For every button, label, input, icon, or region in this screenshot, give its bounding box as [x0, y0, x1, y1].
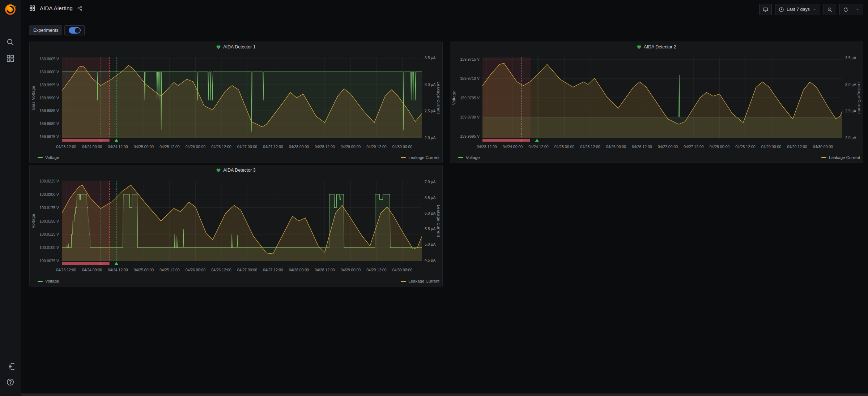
svg-text:4.5 µA: 4.5 µA — [425, 258, 436, 262]
panel-title-bar[interactable]: AIDA Detector 3 — [30, 165, 442, 175]
legend-label: Leakage Current — [408, 279, 439, 283]
dashboards-icon[interactable] — [6, 54, 14, 63]
tv-mode-button[interactable] — [759, 4, 772, 15]
svg-text:04/26 00:00: 04/26 00:00 — [186, 145, 206, 149]
dashboard-grid-icon — [29, 5, 35, 11]
legend-swatch — [458, 157, 463, 158]
panel-title-bar[interactable]: AIDA Detector 1 — [30, 42, 442, 52]
legend: VoltageLeakage Current — [30, 279, 442, 283]
right-axis-title: Leakage Current — [857, 82, 861, 114]
svg-text:100.0225 V: 100.0225 V — [39, 179, 59, 183]
legend-item-leakage[interactable]: Leakage Current — [401, 279, 439, 283]
chevron-down-icon — [855, 7, 860, 12]
search-icon[interactable] — [6, 38, 14, 46]
svg-text:04/24 12:00: 04/24 12:00 — [108, 268, 128, 272]
zoom-out-button[interactable] — [824, 4, 836, 15]
right-axis-title: Leakage Current — [437, 205, 441, 237]
left-axis-title: Voltage — [31, 214, 35, 228]
legend-item-voltage[interactable]: Voltage — [38, 155, 59, 160]
refresh-button-group — [839, 4, 863, 15]
legend-swatch — [821, 157, 826, 158]
svg-text:6.5 µA: 6.5 µA — [425, 195, 436, 200]
toggle-track — [69, 27, 81, 34]
help-icon[interactable] — [6, 378, 14, 386]
svg-text:04/23 12:00: 04/23 12:00 — [477, 145, 497, 149]
svg-text:04/26 00:00: 04/26 00:00 — [186, 268, 206, 272]
alert-ok-marker — [535, 139, 539, 142]
time-series-plot[interactable]: 160.0005 V160.0000 V159.9995 V159.9990 V… — [30, 52, 442, 162]
sign-in-icon[interactable] — [6, 362, 14, 371]
svg-text:04/25 12:00: 04/25 12:00 — [580, 145, 600, 149]
svg-text:04/28 00:00: 04/28 00:00 — [710, 145, 730, 149]
svg-text:04/24 12:00: 04/24 12:00 — [108, 145, 128, 149]
variable-label-experiments: Experiments — [29, 25, 62, 35]
dashboard-variables: Experiments — [29, 25, 85, 35]
legend-item-leakage[interactable]: Leakage Current — [401, 155, 439, 160]
panel-aida-detector-2: AIDA Detector 2159.9715 V159.9710 V159.9… — [450, 42, 863, 163]
legend: VoltageLeakage Current — [450, 155, 863, 160]
experiments-toggle[interactable] — [64, 25, 85, 35]
panel-aida-detector-1: AIDA Detector 1160.0005 V160.0000 V159.9… — [29, 42, 443, 163]
svg-text:04/29 12:00: 04/29 12:00 — [366, 145, 387, 149]
legend-item-voltage[interactable]: Voltage — [38, 279, 59, 283]
svg-text:04/27 00:00: 04/27 00:00 — [237, 145, 258, 149]
svg-text:160.0000 V: 160.0000 V — [39, 70, 59, 74]
svg-text:2.0 µA: 2.0 µA — [425, 135, 436, 140]
svg-text:7.0 µA: 7.0 µA — [425, 180, 436, 184]
svg-text:100.0175 V: 100.0175 V — [39, 206, 59, 210]
svg-text:3.5 µA: 3.5 µA — [845, 56, 856, 60]
svg-text:04/26 12:00: 04/26 12:00 — [211, 145, 231, 149]
svg-text:04/25 00:00: 04/25 00:00 — [134, 268, 154, 272]
time-series-plot[interactable]: 159.9715 V159.9710 V159.9705 V159.9700 V… — [450, 52, 863, 162]
leakage-series-fill — [62, 185, 422, 261]
svg-text:04/25 00:00: 04/25 00:00 — [554, 145, 575, 149]
legend-swatch — [38, 157, 43, 158]
svg-text:04/25 12:00: 04/25 12:00 — [159, 268, 180, 272]
time-range-picker[interactable]: Last 7 days — [775, 4, 820, 15]
svg-text:04/27 00:00: 04/27 00:00 — [237, 268, 258, 272]
svg-text:160.0005 V: 160.0005 V — [39, 57, 59, 61]
panel-aida-detector-3: AIDA Detector 3100.0225 V100.0200 V100.0… — [29, 165, 443, 287]
svg-text:159.9975 V: 159.9975 V — [39, 134, 59, 139]
legend-label: Voltage — [45, 155, 59, 160]
chevron-down-icon — [812, 7, 817, 12]
svg-text:04/29 12:00: 04/29 12:00 — [787, 145, 807, 149]
alert-ok-heart-icon — [216, 45, 221, 49]
svg-text:04/26 12:00: 04/26 12:00 — [632, 145, 652, 149]
svg-text:159.9990 V: 159.9990 V — [39, 96, 59, 100]
panel-title-bar[interactable]: AIDA Detector 2 — [450, 42, 863, 52]
svg-text:04/24 00:00: 04/24 00:00 — [503, 145, 523, 149]
legend-swatch — [38, 281, 43, 282]
alert-ok-marker — [115, 139, 118, 142]
svg-text:04/27 00:00: 04/27 00:00 — [658, 145, 678, 149]
svg-text:100.0200 V: 100.0200 V — [39, 192, 59, 197]
legend-label: Voltage — [466, 155, 480, 160]
dashboard-header: AIDA Alerting Last 7 days — [21, 0, 868, 20]
svg-text:04/29 00:00: 04/29 00:00 — [341, 268, 361, 272]
share-icon[interactable] — [77, 5, 83, 11]
toggle-knob — [75, 28, 80, 33]
grafana-logo[interactable] — [4, 3, 17, 16]
svg-text:04/29 00:00: 04/29 00:00 — [341, 145, 361, 149]
refresh-button[interactable] — [840, 4, 852, 15]
svg-text:3.0 µA: 3.0 µA — [845, 82, 856, 87]
legend-item-leakage[interactable]: Leakage Current — [821, 155, 860, 160]
svg-text:159.9980 V: 159.9980 V — [39, 121, 59, 126]
svg-text:5.0 µA: 5.0 µA — [425, 242, 436, 246]
legend-item-voltage[interactable]: Voltage — [458, 155, 480, 160]
dashboard-title[interactable]: AIDA Alerting — [40, 5, 73, 11]
svg-text:04/28 00:00: 04/28 00:00 — [289, 145, 309, 149]
svg-text:04/30 00:00: 04/30 00:00 — [813, 145, 833, 149]
alert-ok-marker — [115, 262, 118, 265]
svg-text:159.9995 V: 159.9995 V — [39, 83, 59, 87]
svg-text:3.0 µA: 3.0 µA — [425, 82, 436, 87]
time-series-plot[interactable]: 100.0225 V100.0200 V100.0175 V100.0150 V… — [30, 175, 442, 285]
legend-label: Leakage Current — [829, 155, 860, 160]
horizontal-scrollbar[interactable] — [0, 393, 868, 396]
svg-text:04/25 00:00: 04/25 00:00 — [134, 145, 154, 149]
alert-ok-heart-icon — [637, 45, 641, 49]
svg-text:159.9705 V: 159.9705 V — [460, 96, 480, 100]
svg-text:04/30 00:00: 04/30 00:00 — [392, 145, 413, 149]
panel-title: AIDA Detector 3 — [223, 168, 256, 173]
refresh-interval-picker[interactable] — [852, 4, 863, 15]
